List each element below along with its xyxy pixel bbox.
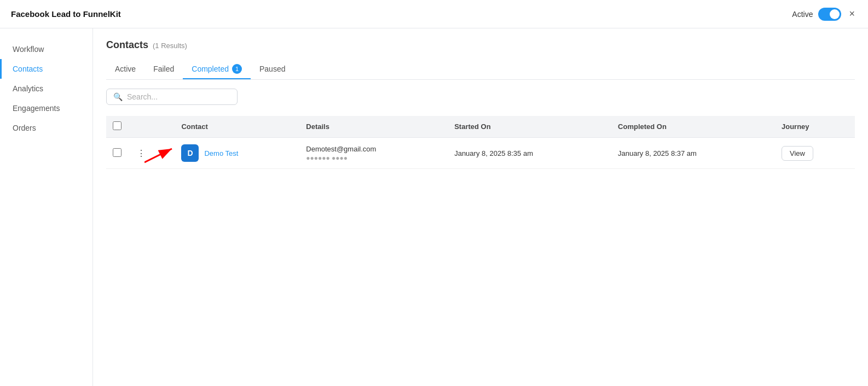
col-started-on: Started On xyxy=(448,116,611,138)
app-title: Facebook Lead to FunnelKit xyxy=(11,9,121,19)
table-header-row: Contact Details Started On Completed On … xyxy=(106,116,855,138)
contact-email: Demotest@gmail.com xyxy=(306,145,441,153)
tab-failed[interactable]: Failed xyxy=(144,60,183,79)
results-count: (1 Results) xyxy=(153,42,187,50)
page-title: Contacts xyxy=(106,39,148,51)
row-actions-button[interactable]: ⋮ xyxy=(135,147,148,160)
row-checkbox[interactable] xyxy=(113,148,121,157)
view-journey-button[interactable]: View xyxy=(782,146,813,161)
col-journey: Journey xyxy=(775,116,855,138)
search-icon: 🔍 xyxy=(113,92,123,101)
contact-phone: ●●●●●● ●●●● xyxy=(306,154,441,162)
select-all-checkbox[interactable] xyxy=(113,121,121,130)
avatar: D xyxy=(181,144,199,162)
header-right: Active × xyxy=(792,6,857,22)
row-journey-cell: View xyxy=(775,138,855,169)
contacts-table: Contact Details Started On Completed On … xyxy=(106,116,855,169)
col-details: Details xyxy=(299,116,448,138)
page-header: Contacts (1 Results) xyxy=(106,39,855,51)
sidebar-item-analytics[interactable]: Analytics xyxy=(0,79,92,98)
row-started-on-cell: January 8, 2025 8:35 am xyxy=(448,138,611,169)
sidebar: Workflow Contacts Analytics Engagements … xyxy=(0,28,93,386)
search-container: 🔍 xyxy=(106,89,855,105)
row-checkbox-cell xyxy=(106,138,128,169)
tabs: Active Failed Completed 1 Paused xyxy=(106,60,855,80)
sidebar-item-engagements[interactable]: Engagements xyxy=(0,98,92,118)
tab-completed[interactable]: Completed 1 xyxy=(183,60,251,79)
tab-completed-label: Completed xyxy=(192,65,229,73)
col-checkbox xyxy=(106,116,128,138)
active-toggle[interactable] xyxy=(818,8,841,21)
top-header: Facebook Lead to FunnelKit Active × xyxy=(0,0,868,28)
row-completed-on-cell: January 8, 2025 8:37 am xyxy=(611,138,775,169)
tab-active-label: Active xyxy=(115,65,136,73)
col-contact: Contact xyxy=(175,116,299,138)
tab-completed-badge: 1 xyxy=(232,64,242,74)
active-label: Active xyxy=(792,10,813,19)
table-row: ⋮ xyxy=(106,138,855,169)
row-contact-cell: D Demo Test xyxy=(175,138,299,169)
close-button[interactable]: × xyxy=(847,6,857,22)
contact-name[interactable]: Demo Test xyxy=(204,149,238,157)
tab-active[interactable]: Active xyxy=(106,60,144,79)
main-content: Contacts (1 Results) Active Failed Compl… xyxy=(93,28,868,386)
search-input[interactable] xyxy=(127,92,230,101)
sidebar-item-orders[interactable]: Orders xyxy=(0,118,92,138)
sidebar-item-contacts[interactable]: Contacts xyxy=(0,59,92,79)
col-actions xyxy=(128,116,175,138)
tab-failed-label: Failed xyxy=(153,65,174,73)
col-completed-on: Completed On xyxy=(611,116,775,138)
sidebar-item-workflow[interactable]: Workflow xyxy=(0,39,92,59)
row-actions-cell: ⋮ xyxy=(128,138,175,169)
contact-info: D Demo Test xyxy=(181,144,293,162)
layout: Workflow Contacts Analytics Engagements … xyxy=(0,28,868,386)
tab-paused-label: Paused xyxy=(259,65,285,73)
red-arrow-indicator xyxy=(144,143,177,167)
row-details-cell: Demotest@gmail.com ●●●●●● ●●●● xyxy=(299,138,448,169)
tab-paused[interactable]: Paused xyxy=(251,60,294,79)
svg-line-1 xyxy=(144,149,172,162)
search-input-wrap: 🔍 xyxy=(106,89,238,105)
